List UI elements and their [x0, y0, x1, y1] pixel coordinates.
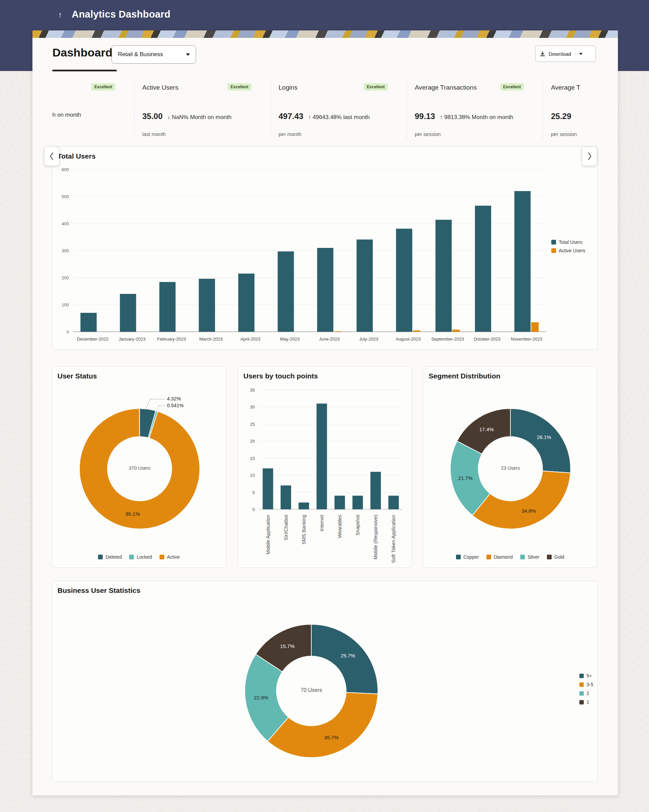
svg-text:95.1%: 95.1% — [125, 511, 140, 517]
chevron-down-icon — [186, 53, 190, 56]
svg-text:300: 300 — [61, 248, 69, 253]
svg-text:September-2023: September-2023 — [431, 336, 464, 342]
svg-text:600: 600 — [61, 167, 69, 172]
svg-text:May-2023: May-2023 — [280, 336, 300, 342]
svg-text:100: 100 — [61, 302, 69, 307]
tab-dashboard[interactable]: Dashboard — [52, 46, 113, 59]
legend-swatch-diamond — [486, 555, 491, 559]
carousel-next-button[interactable] — [582, 147, 597, 166]
legend-swatch-active — [160, 555, 164, 559]
legend-item[interactable]: 2 — [579, 691, 593, 696]
carousel-prev-button[interactable] — [44, 147, 59, 166]
kpi-title: Average Transactions — [415, 84, 477, 91]
chart-legend: Copper Diamond Silver Gold — [423, 554, 597, 560]
svg-text:October-2023: October-2023 — [474, 336, 501, 342]
donut-center-label: 23 Users — [490, 466, 531, 471]
svg-text:April-2023: April-2023 — [240, 336, 260, 342]
svg-text:22.9%: 22.9% — [254, 694, 268, 701]
kpi-card: Excellent h on month — [32, 78, 134, 142]
svg-text:June-2023: June-2023 — [319, 336, 340, 342]
kpi-status-badge: Excellent — [364, 83, 388, 91]
kpi-change-text: 49643.48% last month — [313, 114, 370, 121]
panel-touch-points: Users by touch points 05101520253035Mobi… — [238, 366, 412, 568]
svg-text:SMS Banking: SMS Banking — [301, 515, 306, 545]
svg-text:15.7%: 15.7% — [280, 643, 295, 649]
legend-swatch-gold — [547, 555, 551, 559]
legend-item[interactable]: Active — [160, 554, 180, 560]
svg-text:August-2023: August-2023 — [396, 336, 421, 342]
kpi-value: 99.13 — [415, 111, 435, 121]
svg-text:200: 200 — [61, 275, 69, 280]
callout-label-locked: 0.541% — [167, 403, 184, 408]
donut-center-label: 70 Users — [291, 687, 332, 693]
total-users-bar-chart: 0100200300400500600December-2022January-… — [52, 147, 598, 350]
chart-legend: Deleted Locked Active — [52, 554, 226, 560]
svg-text:500: 500 — [61, 194, 69, 199]
legend-swatch-1 — [579, 700, 584, 704]
chart-legend: Total Users Active Users — [551, 240, 585, 253]
category-select[interactable]: Retail & Business — [111, 45, 196, 64]
svg-text:January-2023: January-2023 — [119, 336, 146, 342]
kpi-change: ↓ NaN% Month on month — [167, 114, 232, 121]
legend-item[interactable]: Diamond — [486, 554, 513, 560]
legend-item[interactable]: Silver — [520, 554, 539, 560]
chevron-left-icon — [49, 152, 55, 161]
kpi-card: Average Transactions Excellent 99.13 ↑ 9… — [407, 78, 543, 142]
legend-item[interactable]: 5+ — [579, 673, 593, 678]
legend-item[interactable]: Copper — [456, 554, 479, 560]
kpi-status-badge: Excellent — [500, 83, 524, 91]
legend-item[interactable]: Total Users — [551, 240, 585, 245]
active-tab-underline — [52, 70, 117, 71]
trend-up-icon: ↑ — [440, 114, 443, 121]
svg-text:400: 400 — [61, 221, 69, 226]
panel-total-users: Total Users 0100200300400500600December-… — [52, 147, 598, 350]
trend-down-icon: ↓ — [167, 114, 171, 121]
svg-text:34.8%: 34.8% — [521, 508, 536, 514]
download-button[interactable]: Download — [535, 46, 596, 62]
svg-text:10: 10 — [250, 473, 255, 478]
legend-item[interactable]: Gold — [547, 554, 565, 560]
category-select-value: Retail & Business — [118, 51, 163, 58]
legend-label: 3-5 — [587, 682, 593, 687]
donut-center-label: 370 Users — [119, 466, 160, 471]
svg-text:20: 20 — [250, 439, 255, 444]
kpi-change-text: 9813.38% Month on month — [444, 114, 513, 121]
svg-text:December-2022: December-2022 — [77, 336, 108, 342]
panel-business-user-statistics: Business User Statistics 25.7%35.7%22.9%… — [52, 581, 598, 782]
legend-label: 5+ — [587, 673, 592, 678]
legend-label: Deleted — [105, 554, 122, 560]
legend-label: Gold — [555, 554, 565, 560]
svg-text:Internet: Internet — [319, 515, 324, 531]
legend-label: Active — [167, 554, 180, 560]
legend-item[interactable]: 1 — [579, 699, 593, 705]
kpi-change: h on month — [52, 111, 81, 118]
legend-label: 2 — [587, 691, 589, 696]
legend-label: Diamond — [494, 554, 513, 560]
legend-swatch-5plus — [579, 674, 584, 678]
svg-text:November-2023: November-2023 — [511, 336, 542, 342]
legend-label: 1 — [587, 699, 589, 705]
chevron-right-icon — [587, 152, 592, 161]
kpi-card: Logins Excellent 497.43 ↑ 49643.48% last… — [270, 78, 407, 142]
panel-user-status: User Status 95.1% 370 Users 4.32% 0.541%… — [52, 366, 226, 568]
kpi-change: ↑ 49643.48% last month — [308, 114, 369, 121]
chart-legend: 5+ 3-5 2 1 — [579, 673, 593, 705]
kpi-value: 497.43 — [279, 111, 303, 121]
main-card: Dashboard Retail & Business Download Exc… — [32, 31, 618, 795]
kpi-change: ↑ 9813.38% Month on month — [440, 114, 513, 121]
svg-text:Mobile (Responsive): Mobile (Responsive) — [373, 515, 378, 559]
svg-text:Soft Token Application: Soft Token Application — [391, 515, 396, 563]
legend-swatch-active-users — [551, 248, 556, 253]
svg-text:25: 25 — [250, 422, 255, 427]
legend-item[interactable]: Deleted — [98, 554, 122, 560]
svg-text:26.1%: 26.1% — [537, 434, 551, 440]
back-arrow-icon[interactable]: ↑ — [58, 10, 62, 20]
legend-item[interactable]: Locked — [129, 554, 152, 560]
svg-text:Snapshot: Snapshot — [355, 515, 360, 535]
svg-text:21.7%: 21.7% — [459, 475, 473, 481]
legend-label: Locked — [137, 554, 152, 560]
legend-item[interactable]: Active Users — [551, 248, 585, 253]
legend-item[interactable]: 3-5 — [579, 682, 593, 687]
kpi-card: Active Users Excellent 35.00 ↓ NaN% Mont… — [134, 78, 270, 142]
decorative-pattern-banner — [32, 31, 618, 38]
